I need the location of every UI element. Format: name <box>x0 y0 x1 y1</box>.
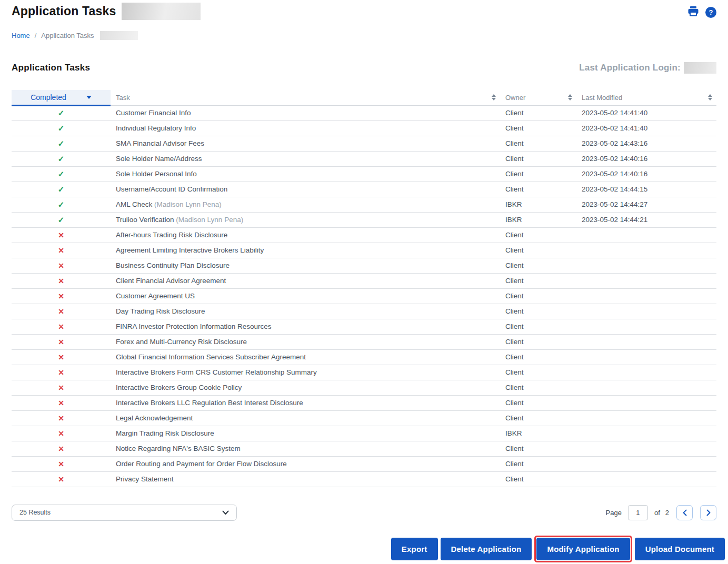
status-cell: ✕ <box>12 319 111 334</box>
status-icon: ✕ <box>58 384 64 392</box>
completed-filter-header[interactable]: Completed <box>12 90 111 105</box>
last-modified-cell <box>576 243 716 258</box>
print-icon[interactable] <box>687 6 699 19</box>
owner-cell: Client <box>500 471 576 487</box>
status-cell: ✕ <box>12 243 111 258</box>
status-icon: ✓ <box>58 215 65 224</box>
owner-cell: IBKR <box>500 212 576 227</box>
help-icon[interactable]: ? <box>705 7 716 18</box>
sort-icon-owner[interactable] <box>568 94 572 100</box>
table-row[interactable]: ✕ Agreement Limiting Interactive Brokers… <box>12 243 716 258</box>
owner-cell: Client <box>500 288 576 304</box>
section-heading-row: Application Tasks Last Application Login… <box>0 62 728 74</box>
table-row[interactable]: ✕ Interactive Brokers Group Cookie Polic… <box>12 380 716 395</box>
page-number-input[interactable] <box>628 505 648 520</box>
last-modified-cell: 2023-05-02 14:40:16 <box>576 151 716 166</box>
table-row[interactable]: ✓ Individual Regulatory Info Client 2023… <box>12 120 716 136</box>
last-application-login-label: Last Application Login: <box>579 63 681 73</box>
status-cell: ✕ <box>12 273 111 288</box>
table-row[interactable]: ✕ Privacy Statement Client <box>12 471 716 487</box>
task-cell: SMA Financial Advisor Fees <box>111 136 500 151</box>
task-cell: Interactive Brokers Group Cookie Policy <box>111 380 500 395</box>
breadcrumb-home-link[interactable]: Home <box>12 32 30 39</box>
status-icon: ✓ <box>58 185 65 194</box>
table-row[interactable]: ✓ Sole Holder Name/Address Client 2023-0… <box>12 151 716 166</box>
owner-cell: Client <box>500 105 576 120</box>
table-footer: 25 Results Page of 2 <box>0 505 728 521</box>
redacted-account-id <box>122 3 201 20</box>
next-page-button[interactable] <box>700 505 716 520</box>
task-column-header: Task <box>111 90 500 105</box>
table-row[interactable]: ✕ Business Continuity Plan Disclosure Cl… <box>12 258 716 273</box>
last-modified-column-label: Last Modified <box>582 94 622 102</box>
status-cell: ✓ <box>12 151 111 166</box>
sort-icon-last-modified[interactable] <box>708 94 712 100</box>
table-row[interactable]: ✕ Global Financial Information Services … <box>12 349 716 365</box>
table-row[interactable]: ✓ SMA Financial Advisor Fees Client 2023… <box>12 136 716 151</box>
table-row[interactable]: ✓ Customer Financial Info Client 2023-05… <box>12 105 716 120</box>
task-cell: Order Routing and Payment for Order Flow… <box>111 456 500 471</box>
task-cell: Forex and Multi-Currency Risk Disclosure <box>111 334 500 349</box>
status-cell: ✓ <box>12 120 111 136</box>
table-row[interactable]: ✕ Margin Trading Risk Disclosure IBKR <box>12 426 716 441</box>
owner-cell: Client <box>500 227 576 243</box>
table-row[interactable]: ✕ Interactive Brokers Form CRS Customer … <box>12 365 716 380</box>
chevron-down-icon <box>222 510 229 515</box>
previous-page-button[interactable] <box>676 505 693 520</box>
owner-cell: Client <box>500 349 576 365</box>
modify-application-button[interactable]: Modify Application <box>536 538 630 560</box>
page-label: Page <box>606 509 622 517</box>
last-modified-cell <box>576 380 716 395</box>
status-cell: ✕ <box>12 426 111 441</box>
owner-column-label: Owner <box>505 94 525 102</box>
table-row[interactable]: ✓ Username/Account ID Confirmation Clien… <box>12 182 716 197</box>
results-per-page-select[interactable]: 25 Results <box>12 505 237 521</box>
sort-icon-task[interactable] <box>492 94 496 100</box>
table-row[interactable]: ✓ AML Check (Madison Lynn Pena) IBKR 202… <box>12 197 716 212</box>
task-cell: Margin Trading Risk Disclosure <box>111 426 500 441</box>
table-row[interactable]: ✕ Day Trading Risk Disclosure Client <box>12 304 716 319</box>
table-row[interactable]: ✕ After-hours Trading Risk Disclosure Cl… <box>12 227 716 243</box>
table-row[interactable]: ✓ Trulioo Verification (Madison Lynn Pen… <box>12 212 716 227</box>
status-icon: ✕ <box>58 277 64 285</box>
status-cell: ✕ <box>12 410 111 426</box>
table-row[interactable]: ✕ Notice Regarding NFA's BASIC System Cl… <box>12 441 716 456</box>
status-icon: ✕ <box>58 414 64 422</box>
last-modified-cell <box>576 288 716 304</box>
last-modified-cell <box>576 319 716 334</box>
status-cell: ✓ <box>12 136 111 151</box>
status-cell: ✕ <box>12 456 111 471</box>
last-modified-cell <box>576 227 716 243</box>
status-icon: ✕ <box>58 399 64 407</box>
status-icon: ✕ <box>58 368 64 377</box>
last-modified-cell <box>576 471 716 487</box>
table-row[interactable]: ✕ Interactive Brokers LLC Regulation Bes… <box>12 395 716 410</box>
owner-cell: Client <box>500 395 576 410</box>
total-pages: 2 <box>665 509 669 517</box>
table-row[interactable]: ✕ FINRA Investor Protection Information … <box>12 319 716 334</box>
export-button[interactable]: Export <box>391 538 438 560</box>
table-row[interactable]: ✕ Legal Acknowledgement Client <box>12 410 716 426</box>
pagination: Page of 2 <box>606 505 716 520</box>
table-row[interactable]: ✕ Client Financial Advisor Agreement Cli… <box>12 273 716 288</box>
table-row[interactable]: ✕ Customer Agreement US Client <box>12 288 716 304</box>
last-modified-column-header: Last Modified <box>576 90 716 105</box>
of-label: of <box>654 509 660 517</box>
task-cell: Agreement Limiting Interactive Brokers L… <box>111 243 500 258</box>
table-row[interactable]: ✓ Sole Holder Personal Info Client 2023-… <box>12 166 716 182</box>
owner-cell: Client <box>500 304 576 319</box>
status-cell: ✕ <box>12 288 111 304</box>
task-cell: Legal Acknowledgement <box>111 410 500 426</box>
task-cell: After-hours Trading Risk Disclosure <box>111 227 500 243</box>
upload-document-button[interactable]: Upload Document <box>635 538 725 560</box>
table-row[interactable]: ✕ Forex and Multi-Currency Risk Disclosu… <box>12 334 716 349</box>
task-cell: Individual Regulatory Info <box>111 120 500 136</box>
owner-cell: Client <box>500 334 576 349</box>
status-cell: ✕ <box>12 395 111 410</box>
delete-application-button[interactable]: Delete Application <box>441 538 532 560</box>
table-row[interactable]: ✕ Order Routing and Payment for Order Fl… <box>12 456 716 471</box>
page-title: Application Tasks <box>12 4 116 18</box>
status-icon: ✓ <box>58 108 65 117</box>
owner-cell: Client <box>500 258 576 273</box>
last-modified-cell: 2023-05-02 14:40:16 <box>576 166 716 182</box>
